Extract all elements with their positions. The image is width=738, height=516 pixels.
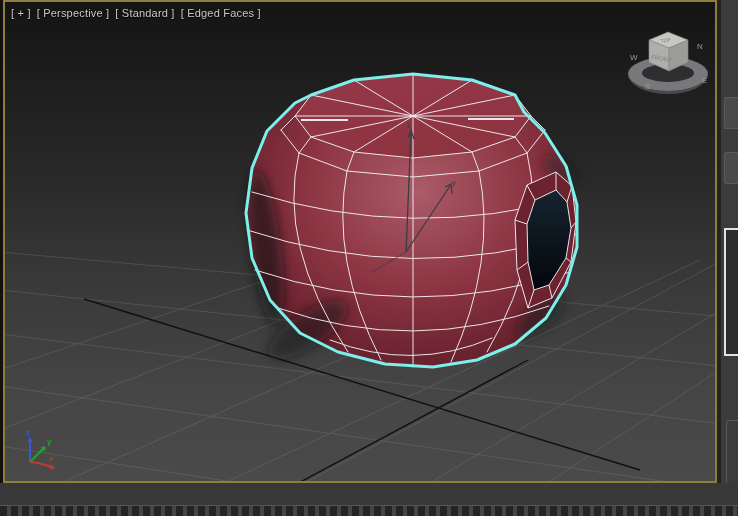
selected-object-sphere[interactable]: z y (242, 74, 582, 370)
viewport-renderer-menu[interactable]: [ Standard ] (115, 7, 174, 19)
panel-button-partial-2[interactable] (724, 152, 738, 184)
tripod-z-label: z (407, 121, 411, 130)
max-viewport-window: z y TOP FRONT W S E (0, 0, 738, 516)
viewport-general-menu[interactable]: [ + ] (11, 7, 31, 19)
viewcube[interactable]: TOP FRONT W S E N (628, 32, 708, 94)
panel-button-partial-1[interactable] (724, 97, 738, 129)
world-axis-z-label: z (26, 428, 30, 437)
object-hole (515, 172, 576, 308)
tripod-y-label: y (452, 178, 456, 187)
viewport-pov-menu[interactable]: [ Perspective ] (37, 7, 110, 19)
viewcube-compass-e[interactable]: E (702, 76, 707, 85)
viewport-left-margin (0, 0, 3, 505)
viewcube-compass-s[interactable]: S (645, 82, 650, 91)
panel-rollout-group-sliver (726, 420, 738, 486)
viewport-canvas[interactable]: z y TOP FRONT W S E (0, 0, 738, 516)
track-bar-ticks[interactable] (0, 505, 738, 516)
viewcube-compass-n[interactable]: N (697, 42, 703, 51)
viewport-label: [ + ] [ Perspective ] [ Standard ] [ Edg… (11, 7, 261, 19)
modifier-stack-listbox-sliver[interactable] (724, 228, 738, 356)
world-axis-x-label: x (49, 454, 54, 463)
world-axis-y-label: y (47, 437, 52, 446)
viewport-shading-menu[interactable]: [ Edged Faces ] (181, 7, 261, 19)
viewcube-compass-w[interactable]: W (630, 53, 638, 62)
